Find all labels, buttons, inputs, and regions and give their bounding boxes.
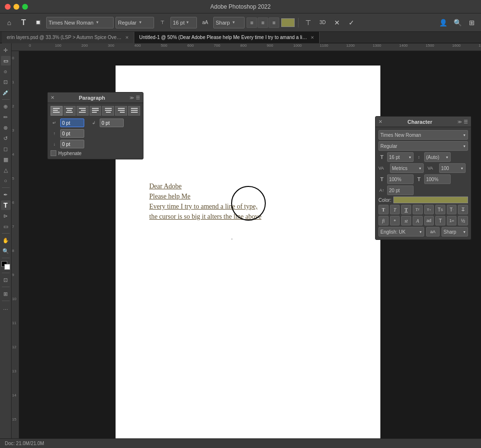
- char-style-sub-btn[interactable]: T+: [424, 205, 434, 214]
- text-layer[interactable]: Dear Adobe Please help Me Every time I t…: [149, 181, 261, 222]
- char-lang-dropdown[interactable]: English: UK ▼: [378, 227, 424, 237]
- dodge-icon[interactable]: ○: [1, 176, 11, 185]
- p-align-right-btn[interactable]: [77, 106, 89, 116]
- p-align-center-btn[interactable]: [64, 106, 76, 116]
- select-rect-icon[interactable]: ▭: [1, 56, 11, 66]
- char-aa-btn[interactable]: aA: [426, 227, 440, 237]
- antialiasing-dropdown[interactable]: Sharp ▼: [213, 17, 245, 28]
- user-icon[interactable]: 👤: [437, 16, 449, 29]
- text-line-1[interactable]: Dear Adobe: [149, 181, 261, 191]
- character-panel-header[interactable]: ✕ Character ≫ ☰: [376, 117, 471, 127]
- character-panel-menu-btn[interactable]: ☰: [464, 119, 468, 124]
- char-scale-v-input[interactable]: 100%: [387, 174, 414, 184]
- canvas-background[interactable]: Dear Adobe Please help Me Every time I t…: [19, 51, 481, 448]
- indent-right-input[interactable]: [100, 119, 124, 127]
- quick-mask-icon[interactable]: ⊡: [1, 275, 11, 285]
- hyphenate-checkbox[interactable]: [51, 150, 56, 156]
- close-button[interactable]: [5, 4, 11, 10]
- char-style-smallcaps-btn[interactable]: T-: [447, 205, 457, 214]
- char-font-size-input[interactable]: 16 pt ▼: [387, 152, 414, 162]
- p-justify-all-btn[interactable]: [128, 106, 140, 116]
- text-color-swatch[interactable]: [281, 18, 295, 27]
- p-justify-left-btn[interactable]: [90, 106, 102, 116]
- char-kerning-input[interactable]: 100 ▼: [439, 163, 466, 173]
- char-leading-input[interactable]: (Auto) ▼: [424, 152, 451, 162]
- space-after-input[interactable]: [60, 140, 84, 148]
- zoom-icon[interactable]: 🔍: [1, 246, 11, 256]
- transform-icon[interactable]: 🔲: [32, 16, 44, 29]
- p-justify-center-btn[interactable]: [102, 106, 114, 116]
- hand-icon[interactable]: ✋: [1, 236, 11, 245]
- gradient-icon[interactable]: ▦: [1, 155, 11, 164]
- text-tool-icon[interactable]: T: [17, 16, 30, 29]
- character-panel-close-btn[interactable]: ✕: [378, 119, 382, 124]
- more-tools-icon[interactable]: …: [1, 303, 11, 313]
- warp-icon[interactable]: ⊤: [302, 16, 314, 29]
- align-right-button[interactable]: ≡: [269, 17, 279, 28]
- blur-icon[interactable]: △: [1, 165, 11, 175]
- p-justify-right-btn[interactable]: [115, 106, 127, 116]
- p-align-left-btn[interactable]: [51, 106, 63, 116]
- select-path-icon[interactable]: ⊳: [1, 211, 11, 221]
- char-style-bold-btn[interactable]: T: [401, 205, 411, 214]
- heal-icon[interactable]: ⊕: [1, 102, 11, 111]
- indent-left-input[interactable]: [60, 119, 84, 127]
- tab-untitled-close[interactable]: ✕: [311, 35, 314, 40]
- brush-icon[interactable]: ✏: [1, 112, 11, 122]
- tab-erin-close[interactable]: ✕: [125, 35, 129, 40]
- align-center-button[interactable]: ≡: [258, 17, 268, 28]
- search-icon[interactable]: 🔍: [451, 16, 464, 29]
- paragraph-panel-collapse-btn[interactable]: ≫: [130, 95, 134, 100]
- font-size-box[interactable]: 16 pt ▼: [170, 17, 197, 28]
- font-family-dropdown[interactable]: Times New Roman ▼: [46, 17, 114, 28]
- char-scale-h-input[interactable]: 100%: [424, 174, 451, 184]
- clone-icon[interactable]: ⊗: [1, 123, 11, 132]
- pen-icon[interactable]: ✒: [1, 190, 11, 199]
- char-style-st-btn[interactable]: st: [401, 216, 411, 225]
- char-baseline-input[interactable]: 20 pt: [387, 185, 414, 195]
- char-style-strikethrough-btn[interactable]: T: [458, 205, 468, 214]
- paragraph-panel-close-btn[interactable]: ✕: [51, 95, 54, 100]
- space-before-input[interactable]: [60, 129, 84, 138]
- background-color[interactable]: [4, 264, 10, 270]
- char-color-swatch[interactable]: [393, 197, 468, 203]
- char-style-regular-btn[interactable]: T: [378, 205, 389, 214]
- char-font-style-dropdown[interactable]: Regular ▼: [378, 141, 468, 151]
- char-style-ordinal-btn[interactable]: ᵒ: [390, 216, 400, 225]
- minimize-button[interactable]: [13, 4, 19, 10]
- home-icon[interactable]: ⌂: [3, 16, 15, 29]
- character-panel-collapse-btn[interactable]: ≫: [457, 119, 462, 124]
- char-style-titling-btn[interactable]: T: [435, 216, 445, 225]
- color-picker[interactable]: [1, 261, 10, 270]
- char-font-family-dropdown[interactable]: Times New Roman ▼: [378, 130, 468, 140]
- align-left-button[interactable]: ≡: [247, 17, 257, 28]
- paragraph-panel-header[interactable]: ✕ Paragraph ≫ ☰: [48, 92, 143, 103]
- shape-icon[interactable]: ▭: [1, 222, 11, 231]
- 3d-icon[interactable]: 3D: [316, 16, 329, 29]
- tab-erin[interactable]: erin layers.psd @ 33.3% (LSP > Autumn Sp…: [2, 32, 134, 43]
- char-style-italic-btn[interactable]: T: [390, 205, 400, 214]
- paragraph-panel-menu-btn[interactable]: ☰: [136, 95, 140, 100]
- text-line-4[interactable]: the cursor is so big it alters the line …: [149, 211, 261, 222]
- maximize-button[interactable]: [22, 4, 28, 10]
- eraser-icon[interactable]: ◻: [1, 144, 11, 154]
- font-style-dropdown[interactable]: Regular ▼: [116, 17, 154, 28]
- move-tool-icon[interactable]: ✛: [1, 45, 11, 55]
- char-style-fi-btn[interactable]: fi: [378, 216, 389, 225]
- char-style-swash-btn[interactable]: A: [413, 216, 423, 225]
- workspace-icon[interactable]: ⊞: [466, 16, 478, 29]
- char-style-fraction-btn[interactable]: ½: [458, 216, 468, 225]
- char-style-allcaps-btn[interactable]: TS: [435, 205, 445, 214]
- case-icon[interactable]: aA: [199, 16, 211, 29]
- char-style-discretionary-btn[interactable]: ad: [424, 216, 434, 225]
- text-tool-lt-icon[interactable]: T: [1, 200, 11, 210]
- text-line-3[interactable]: Every time I try to amend a line of type…: [149, 201, 261, 211]
- lasso-icon[interactable]: ⌾: [1, 66, 11, 76]
- char-style-superscript-btn[interactable]: TT: [413, 205, 423, 214]
- char-sharp-dropdown[interactable]: Sharp ▼: [442, 227, 468, 237]
- screen-mode-icon[interactable]: ⊞: [1, 289, 11, 299]
- history-brush-icon[interactable]: ↺: [1, 133, 11, 143]
- canvas-document[interactable]: Dear Adobe Please help Me Every time I t…: [116, 66, 380, 441]
- crop-icon[interactable]: ⊡: [1, 77, 11, 87]
- tab-untitled[interactable]: Untitled-1 @ 50% (Dear Adobe Please help…: [134, 32, 320, 43]
